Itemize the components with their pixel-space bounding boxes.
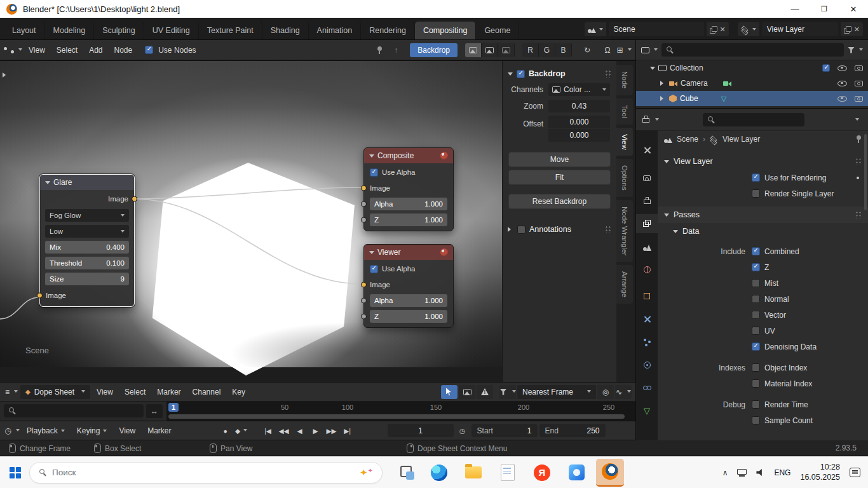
yandex-app-button[interactable]: Я (532, 463, 552, 482)
tab-scene[interactable] (636, 237, 658, 256)
properties-search[interactable] (703, 113, 804, 126)
collapse-icon[interactable] (508, 72, 513, 78)
edge-app-button[interactable] (430, 463, 449, 482)
channel-search[interactable] (4, 404, 144, 417)
image-input-socket[interactable] (361, 282, 367, 288)
editor-type-dropdown[interactable] (641, 112, 659, 126)
tab-particles[interactable] (636, 332, 658, 351)
glare-mix-slider[interactable]: Mix 0.400 (45, 241, 129, 254)
render-single-layer-checkbox[interactable] (752, 189, 760, 198)
sidebar-tab-node[interactable]: Node (616, 65, 633, 95)
current-frame-field[interactable]: 1 (388, 424, 454, 437)
glare-type-dropdown[interactable]: Fog Glow (45, 209, 129, 222)
pin-icon[interactable] (855, 135, 862, 143)
normal-checkbox[interactable] (752, 295, 760, 303)
filter-invert-button[interactable]: ↔ (146, 404, 163, 418)
collapse-icon[interactable] (508, 227, 513, 232)
outliner-row-collection[interactable]: Collection (636, 60, 868, 76)
sample-count-checkbox[interactable] (752, 416, 760, 424)
sidebar-tab-tool[interactable]: Tool (616, 98, 633, 125)
channel-r-button[interactable]: R (522, 43, 539, 57)
breadcrumb-scene[interactable]: Scene (677, 135, 698, 144)
keying-menu[interactable]: Keying (72, 424, 112, 438)
notepad-app-button[interactable] (498, 463, 517, 482)
auto-keying-toggle[interactable]: ● (219, 424, 233, 437)
viewer-node[interactable]: Viewer Use Alpha Image Alpha 1.000 Z 1.0… (363, 244, 454, 328)
maximize-button[interactable]: ❒ (810, 0, 839, 18)
view-layer-browse-button[interactable] (738, 22, 759, 36)
new-view-layer-icon[interactable] (844, 26, 851, 33)
play-button[interactable]: ▶ (309, 424, 323, 437)
panel-drag-dots-icon[interactable] (855, 158, 862, 165)
z-value-field[interactable]: Z 1.000 (370, 310, 447, 323)
panel-drag-dots-icon[interactable] (605, 70, 611, 78)
backdrop-enable-checkbox[interactable] (517, 70, 525, 78)
menu-select[interactable]: Select (119, 385, 151, 399)
tab-shading[interactable]: Shading (262, 22, 309, 39)
collapse-icon[interactable] (664, 214, 669, 219)
glare-node-header[interactable]: Glare (40, 175, 134, 190)
sidebar-tab-arrange[interactable]: Arrange (616, 265, 633, 304)
denoising-data-checkbox[interactable] (752, 342, 760, 351)
collapse-icon[interactable] (369, 251, 374, 257)
alpha-value-field[interactable]: Alpha 1.000 (370, 198, 447, 210)
channel-color-button[interactable] (482, 43, 498, 57)
auto-snap-dropdown[interactable]: ∿ (615, 385, 632, 399)
alpha-input-socket[interactable] (361, 201, 367, 207)
fit-backdrop-button[interactable]: Fit (508, 170, 611, 185)
z-input-socket[interactable] (361, 314, 367, 320)
editor-type-dropdown[interactable]: ◷ (4, 424, 20, 438)
channel-b-button[interactable]: B (555, 43, 572, 57)
use-alpha-checkbox[interactable] (370, 265, 378, 273)
photos-app-button[interactable] (567, 463, 586, 482)
notification-icon[interactable] (850, 468, 860, 477)
scene-browse-button[interactable] (585, 22, 606, 36)
backdrop-toggle-button[interactable]: Backdrop (410, 43, 458, 57)
outliner-search[interactable] (661, 43, 844, 57)
menu-view[interactable]: View (114, 424, 140, 438)
uv-checkbox[interactable] (752, 327, 760, 335)
minimize-button[interactable]: — (780, 0, 810, 18)
outliner-search-input[interactable] (678, 46, 839, 55)
tab-sculpting[interactable]: Sculpting (94, 22, 144, 39)
outliner-row-cube[interactable]: Cube ▽ (636, 91, 868, 106)
z-checkbox[interactable] (752, 263, 760, 271)
view-layer-panel-header[interactable]: View Layer (658, 153, 868, 170)
glare-quality-dropdown[interactable]: Low (45, 225, 129, 238)
glare-size-slider[interactable]: Size 9 (45, 273, 129, 285)
auto-render-button[interactable]: ↻ (580, 43, 595, 57)
alpha-input-socket[interactable] (361, 298, 367, 304)
expand-icon[interactable] (660, 96, 666, 101)
go-to-parent-button[interactable]: ↑ (388, 43, 403, 57)
taskbar-search-input[interactable] (52, 468, 360, 477)
collapse-icon[interactable] (664, 160, 669, 166)
play-reverse-button[interactable]: ◀ (293, 424, 307, 437)
tab-uv-editing[interactable]: UV Editing (144, 22, 199, 39)
panel-drag-dots-icon[interactable] (605, 226, 611, 233)
image-output-socket[interactable] (132, 196, 137, 202)
glare-node[interactable]: Glare Image Fog Glow Low Mix 0.400 Thres… (39, 174, 135, 307)
tab-view-layer[interactable] (636, 214, 658, 233)
taskbar-clock[interactable]: 10:28 16.05.2025 (800, 463, 840, 482)
combined-checkbox[interactable] (752, 247, 760, 255)
render-visibility-icon[interactable] (855, 81, 863, 86)
snap-mode-dropdown[interactable]: Nearest Frame (517, 385, 596, 399)
expand-icon[interactable] (660, 81, 666, 86)
tab-tool[interactable] (636, 140, 658, 159)
keyframe-region[interactable]: 1 50 100 150 200 250 (166, 402, 635, 421)
playback-menu[interactable]: Playback (22, 424, 70, 438)
tab-render[interactable] (636, 168, 658, 187)
current-frame-indicator[interactable]: 1 (168, 403, 179, 412)
channel-search-input[interactable] (20, 407, 139, 416)
glare-threshold-slider[interactable]: Threshold 0.100 (45, 257, 129, 269)
collapse-icon[interactable] (369, 154, 374, 160)
compositor-node-editor[interactable]: Glare Image Fog Glow Low Mix 0.400 Thres… (0, 61, 502, 382)
zoom-field[interactable]: 0.43 (548, 100, 610, 112)
eye-icon[interactable] (837, 65, 847, 71)
menu-channel[interactable]: Channel (187, 385, 226, 399)
proportional-edit-toggle[interactable]: ◎ (597, 385, 614, 399)
outliner-row-camera[interactable]: Camera (636, 76, 868, 91)
animate-dot-icon[interactable] (857, 177, 859, 179)
view-layer-name-field[interactable]: View Layer (762, 22, 838, 36)
tab-texture-paint[interactable]: Texture Paint (199, 22, 262, 39)
